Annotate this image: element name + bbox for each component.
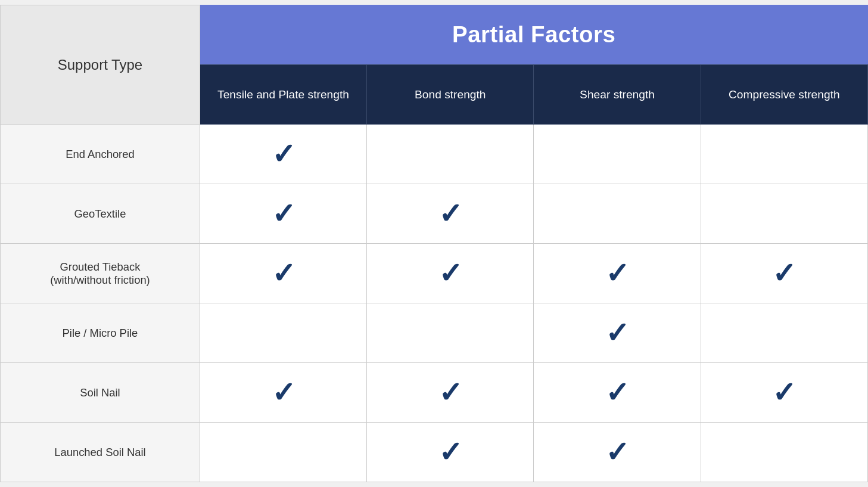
- checkmark-icon: [438, 259, 462, 288]
- cell-bond-1: [367, 184, 534, 244]
- checkmark-icon: [272, 200, 295, 228]
- row-label-3: Pile / Micro Pile: [1, 303, 200, 363]
- cell-bond-2: [367, 244, 534, 303]
- table-row: End Anchored: [1, 125, 868, 184]
- table-row: Grouted Tieback(with/without friction): [1, 244, 868, 303]
- cell-shear-3: [534, 303, 701, 363]
- tensile-header: Tensile and Plate strength: [200, 65, 366, 125]
- cell-compressive-3: [701, 303, 867, 363]
- table-row: Soil Nail: [1, 363, 868, 423]
- cell-tensile-0: [200, 125, 366, 184]
- table-row: Pile / Micro Pile: [1, 303, 868, 363]
- row-label-4: Soil Nail: [1, 363, 200, 423]
- cell-compressive-2: [701, 244, 867, 303]
- row-label-0: End Anchored: [1, 125, 200, 184]
- checkmark-icon: [272, 140, 295, 169]
- cell-shear-5: [534, 423, 701, 482]
- title-row: Support Type Partial Factors: [1, 5, 868, 65]
- cell-bond-0: [367, 125, 534, 184]
- checkmark-icon: [605, 319, 629, 348]
- checkmark-icon: [272, 259, 295, 288]
- table-row: GeoTextile: [1, 184, 868, 244]
- partial-factors-title: Partial Factors: [200, 5, 867, 65]
- shear-header: Shear strength: [534, 65, 701, 125]
- checkmark-icon: [772, 259, 796, 288]
- row-label-2: Grouted Tieback(with/without friction): [1, 244, 200, 303]
- cell-shear-0: [534, 125, 701, 184]
- cell-compressive-4: [701, 363, 867, 423]
- partial-factors-table: Support Type Partial Factors Tensile and…: [0, 5, 868, 483]
- table-body: End AnchoredGeoTextileGrouted Tieback(wi…: [1, 125, 868, 482]
- cell-tensile-2: [200, 244, 366, 303]
- checkmark-icon: [605, 438, 629, 467]
- checkmark-icon: [438, 438, 462, 467]
- checkmark-icon: [605, 259, 629, 288]
- cell-bond-3: [367, 303, 534, 363]
- cell-compressive-1: [701, 184, 867, 244]
- compressive-header: Compressive strength: [701, 65, 867, 125]
- row-label-1: GeoTextile: [1, 184, 200, 244]
- cell-bond-4: [367, 363, 534, 423]
- cell-tensile-5: [200, 423, 366, 482]
- cell-compressive-5: [701, 423, 867, 482]
- cell-shear-1: [534, 184, 701, 244]
- checkmark-icon: [438, 379, 462, 407]
- checkmark-icon: [772, 379, 796, 407]
- cell-tensile-3: [200, 303, 366, 363]
- table-row: Launched Soil Nail: [1, 423, 868, 482]
- support-type-header: Support Type: [1, 5, 200, 125]
- checkmark-icon: [438, 200, 462, 228]
- cell-compressive-0: [701, 125, 867, 184]
- cell-tensile-1: [200, 184, 366, 244]
- cell-shear-2: [534, 244, 701, 303]
- cell-bond-5: [367, 423, 534, 482]
- checkmark-icon: [605, 379, 629, 407]
- cell-tensile-4: [200, 363, 366, 423]
- checkmark-icon: [272, 379, 295, 407]
- bond-header: Bond strength: [367, 65, 534, 125]
- cell-shear-4: [534, 363, 701, 423]
- table-container: Support Type Partial Factors Tensile and…: [0, 5, 868, 483]
- row-label-5: Launched Soil Nail: [1, 423, 200, 482]
